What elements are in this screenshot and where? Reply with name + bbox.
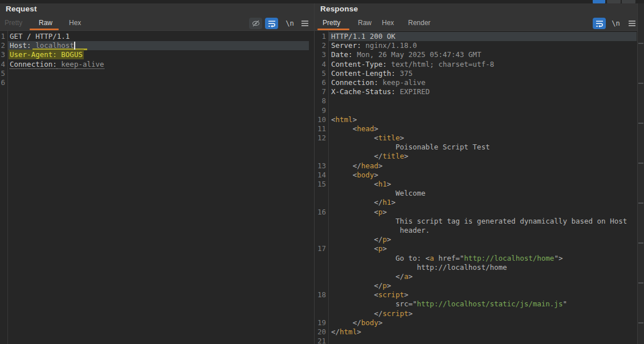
code-segment: h1: [382, 198, 391, 207]
code-segment: >: [353, 115, 357, 124]
code-line: 10<html>: [315, 115, 637, 124]
code-segment: >: [374, 124, 378, 133]
code-line: 4Content-Type: text/html; charset=utf-8: [315, 60, 637, 69]
code-segment: >: [408, 309, 413, 318]
code-segment: ": [554, 254, 559, 262]
code-segment: header.: [331, 226, 430, 234]
code-segment: <: [331, 115, 336, 124]
tab-pretty[interactable]: Pretty: [5, 19, 22, 27]
code-segment: nginx/1.18.0: [361, 41, 417, 50]
code-segment: </: [331, 152, 382, 160]
code-segment: <: [426, 254, 430, 262]
inspector-section-tick: [638, 83, 643, 84]
code-segment: </: [331, 318, 361, 327]
code-segment: </: [331, 281, 382, 290]
code-segment: http://localhost/home: [331, 263, 507, 272]
line-number: 9: [315, 106, 326, 115]
newline-icon newline-chars-button[interactable]: \n: [609, 18, 622, 29]
code-segment: ": [563, 300, 567, 308]
code-segment: title: [378, 133, 400, 142]
code-segment: src=: [331, 300, 413, 308]
tab-render[interactable]: Render: [408, 19, 430, 27]
text-cursor: [74, 42, 75, 50]
code-line: </p>: [315, 235, 637, 244]
code-line: 9: [315, 106, 637, 115]
code-line: 1HTTP/1.1 200 OK: [315, 32, 637, 41]
request-editor[interactable]: 1GET / HTTP/1.12Host: localhost3User-Age…: [0, 31, 314, 344]
code-segment: Content-Type:: [331, 60, 387, 68]
code-segment: >: [378, 318, 383, 327]
code-segment: User-Agent: BOGUS: [9, 50, 84, 59]
response-panel-title: Response: [320, 5, 358, 13]
code-segment: html: [336, 115, 353, 124]
code-segment: Welcome: [331, 189, 426, 197]
code-segment: Date:: [331, 50, 353, 59]
code-line: 14 <body>: [315, 171, 637, 180]
code-line: Go to: <a href="http://localhost/home">: [315, 254, 637, 263]
newline-icon newline-chars-button[interactable]: \n: [283, 18, 296, 29]
code-line: 21: [315, 337, 637, 344]
line-number: 6: [0, 78, 5, 87]
code-line: 16 <p>: [315, 208, 637, 217]
tab-hex[interactable]: Hex: [69, 19, 81, 27]
code-segment: http://localhost/static/js/main.js: [417, 300, 563, 308]
word-wrap-button[interactable]: [265, 18, 278, 29]
code-line: 4Connection: keep-alive: [0, 60, 314, 69]
word-wrap-button[interactable]: [593, 18, 606, 29]
code-segment: Host:: [10, 41, 31, 50]
code-line: 6Connection: keep-alive: [315, 78, 637, 87]
code-segment: text/html; charset=utf-8: [387, 60, 494, 68]
code-segment: </: [331, 161, 361, 170]
response-panel: Response PrettyRawHexRender \n 1HTTP/1.1…: [315, 3, 637, 344]
code-segment: >: [382, 208, 387, 216]
code-line: Welcome: [315, 189, 637, 198]
code-segment: <: [331, 171, 357, 179]
code-line: http://localhost/home: [315, 263, 637, 272]
code-line: This script tag is generated dynamically…: [315, 217, 637, 226]
code-segment: >: [391, 198, 396, 207]
code-segment: h1: [378, 180, 387, 188]
editor-menu-button[interactable]: [298, 18, 311, 29]
code-segment: ": [413, 300, 417, 308]
inspector-section-tick: [638, 43, 643, 44]
code-segment: localhost: [35, 41, 74, 50]
code-segment: keep-alive: [378, 78, 426, 87]
code-segment: Connection:: [10, 60, 57, 69]
code-segment: >: [378, 161, 383, 170]
code-line: 15 <h1>: [315, 180, 637, 189]
code-segment: <: [331, 133, 378, 142]
code-line: 12 <title>: [315, 133, 637, 143]
editor-menu-button[interactable]: [625, 18, 638, 29]
code-line: 20</html>: [315, 327, 637, 337]
code-segment: Poisonable Script Test: [331, 143, 490, 151]
code-line: 8: [315, 96, 637, 106]
code-segment: >: [387, 281, 392, 290]
line-number: 21: [315, 337, 326, 344]
inspector-strip[interactable]: [638, 3, 644, 344]
burp-repeater-view: { "colors": { "accent_orange": "#d26b2c"…: [0, 0, 644, 344]
tab-raw[interactable]: Raw: [358, 19, 372, 27]
code-segment: 375: [396, 69, 413, 78]
code-segment: >: [382, 244, 387, 253]
code-segment: Content-Length:: [331, 69, 396, 78]
code-segment: >: [404, 290, 409, 299]
inspector-section-tick: [638, 163, 643, 164]
code-segment: >: [357, 327, 361, 336]
inspector-section-tick: [638, 282, 643, 284]
code-line: 6: [0, 78, 314, 87]
tab-raw[interactable]: Raw: [39, 19, 52, 27]
code-segment: <: [331, 244, 378, 253]
code-line: 3User-Agent: BOGUS: [0, 50, 314, 59]
code-segment: head: [361, 161, 378, 170]
code-segment: p: [382, 235, 387, 244]
code-segment: <: [331, 208, 378, 216]
code-segment: X-Cache-Status:: [331, 87, 396, 96]
response-editor[interactable]: 1HTTP/1.1 200 OK2Server: nginx/1.18.03Da…: [315, 31, 637, 344]
code-segment: script: [382, 309, 408, 318]
code-segment: >: [404, 152, 409, 160]
hide-nonprintable-button[interactable]: [249, 18, 262, 29]
tab-pretty[interactable]: Pretty: [323, 19, 340, 27]
code-line: </a>: [315, 272, 637, 281]
code-line: 1GET / HTTP/1.1: [0, 32, 314, 41]
tab-hex[interactable]: Hex: [382, 19, 394, 27]
